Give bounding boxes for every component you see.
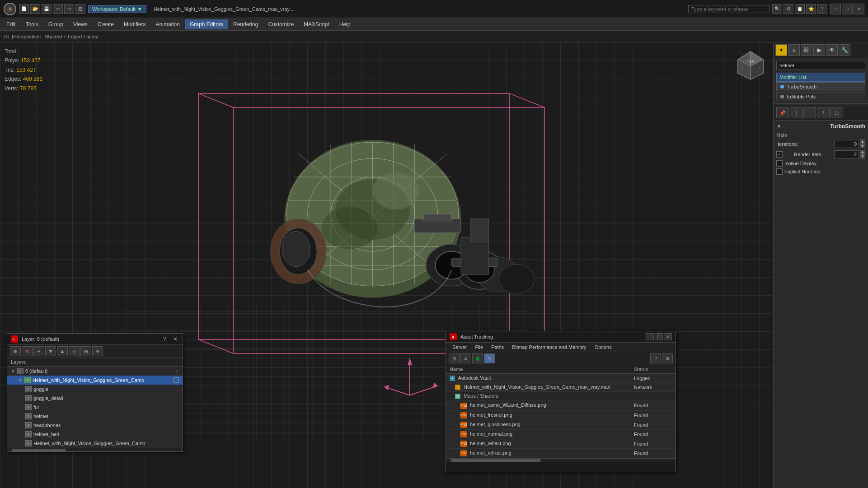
asset-expand-btn[interactable]: ⊞ xyxy=(449,353,460,363)
layers-scrollbar[interactable] xyxy=(7,448,183,451)
asset-fresnel-row[interactable]: PNG helmet_fresnel.png Found xyxy=(446,410,676,420)
menu-graph-editors[interactable]: Graph Editors xyxy=(185,19,228,29)
rp-edge-icon[interactable]: / xyxy=(817,107,830,118)
ts-render-down[interactable]: ▼ xyxy=(860,154,865,158)
ts-render-iters-checkbox[interactable]: ✓ xyxy=(776,151,783,158)
layers-scroll-thumb[interactable] xyxy=(12,449,66,451)
menu-maxscript[interactable]: MAXScript xyxy=(299,19,334,29)
asset-help-btn[interactable]: ? xyxy=(650,353,661,363)
ts-isoline-checkbox[interactable] xyxy=(776,160,783,167)
asset-menu-bitmap[interactable]: Bitmap Performance and Memory xyxy=(508,344,590,351)
ts-collapse-icon[interactable]: ▼ xyxy=(776,123,782,130)
layers-delete-btn[interactable]: ✕ xyxy=(22,346,33,356)
asset-maximize-btn[interactable]: □ xyxy=(655,333,663,340)
search-icon[interactable]: 🔍 xyxy=(772,4,782,14)
rp-motion-icon[interactable]: ▶ xyxy=(813,44,825,56)
open-icon[interactable]: 📂 xyxy=(30,4,40,14)
rp-modify-icon[interactable]: ≡ xyxy=(788,44,800,56)
ts-render-up[interactable]: ▲ xyxy=(860,150,865,154)
layer-item-goggle[interactable]: O goggle xyxy=(7,385,183,394)
asset-scroll-thumb[interactable] xyxy=(450,459,541,462)
asset-close-btn[interactable]: ✕ xyxy=(664,333,672,340)
redo-icon[interactable]: ↪ xyxy=(64,4,74,14)
rp-vertex-icon[interactable]: · xyxy=(803,107,816,118)
layers-move-up-btn[interactable]: ▲ xyxy=(57,346,68,356)
search-history-icon[interactable]: 📋 xyxy=(795,4,805,14)
viewport-view-label[interactable]: [Perspective] xyxy=(12,34,41,39)
asset-settings-btn[interactable]: ⚙ xyxy=(662,353,673,363)
menu-customize[interactable]: Customize xyxy=(263,19,298,29)
asset-normal-row[interactable]: PNG helmet_normal.png Found xyxy=(446,429,676,439)
layers-merge-btn[interactable]: ⊞ xyxy=(80,346,91,356)
layers-scene-btn[interactable]: ≡ xyxy=(10,346,21,356)
asset-reflect-row[interactable]: PNG helmet_reflect.png Found xyxy=(446,439,676,448)
close-button[interactable]: ✕ xyxy=(854,4,864,14)
asset-grid-btn[interactable]: ⊟ xyxy=(484,353,495,363)
bookmark-icon[interactable]: ⭐ xyxy=(806,4,816,14)
modifier-list-dropdown[interactable]: Modifier List xyxy=(776,73,865,82)
asset-minimize-btn[interactable]: ─ xyxy=(646,333,654,340)
modifier-turbosmooth[interactable]: TurboSmooth xyxy=(776,82,865,91)
asset-menu-file[interactable]: File xyxy=(471,344,487,351)
workspace-selector[interactable]: Workspace: Default ▼ xyxy=(88,5,146,13)
viewport-nav-cube[interactable]: TOP R L xyxy=(732,47,769,84)
maximize-button[interactable]: □ xyxy=(842,4,853,14)
rp-create-icon[interactable]: ✦ xyxy=(775,44,787,56)
menu-edit[interactable]: Edit xyxy=(2,19,20,29)
search-filter-icon[interactable]: ⚙ xyxy=(784,4,793,14)
layers-select-btn[interactable]: ◇ xyxy=(69,346,80,356)
ts-iterations-up[interactable]: ▲ xyxy=(860,139,865,144)
ts-iterations-input[interactable] xyxy=(834,140,859,148)
menu-rendering[interactable]: Rendering xyxy=(229,19,263,29)
ts-render-iters-input[interactable] xyxy=(834,150,859,158)
layer-item-fur[interactable]: O fur xyxy=(7,403,183,412)
layers-help-button[interactable]: ? xyxy=(161,335,168,343)
rp-display-icon[interactable]: 👁 xyxy=(826,44,838,56)
layer-item-helmet-group[interactable]: ▼ G Helmet_with_Night_Vision_Goggles_Gre… xyxy=(7,376,183,385)
help-icon[interactable]: ? xyxy=(817,4,827,14)
menu-create[interactable]: Create xyxy=(93,19,118,29)
rp-channel-icon[interactable]: | xyxy=(790,107,802,118)
asset-diffuse-row[interactable]: PNG helmet_camo_WLand_Diffuse.png Found xyxy=(446,401,676,410)
asset-list-btn[interactable]: ≡ xyxy=(460,353,471,363)
viewport-shade-label[interactable]: [Shaded + Edged Faces] xyxy=(43,34,98,39)
asset-scrollbar[interactable] xyxy=(446,458,676,462)
asset-menu-server[interactable]: Server xyxy=(449,344,470,351)
viewport-plus[interactable]: [+] xyxy=(4,34,9,39)
rp-pin-icon[interactable]: 📌 xyxy=(776,107,789,118)
rp-hierarchy-icon[interactable]: ⛓ xyxy=(801,44,812,56)
undo-icon[interactable]: ↩ xyxy=(53,4,63,14)
ts-explicit-normals-checkbox[interactable] xyxy=(776,168,783,175)
rp-utilities-icon[interactable]: 🔧 xyxy=(839,44,850,56)
menu-help[interactable]: Help xyxy=(335,19,355,29)
asset-menu-paths[interactable]: Paths xyxy=(488,344,507,351)
asset-refract-row[interactable]: PNG helmet_refract.png Found xyxy=(446,448,676,458)
layers-move-down-btn[interactable]: ▼ xyxy=(45,346,56,356)
layers-close-button[interactable]: ✕ xyxy=(172,335,179,343)
asset-col-name[interactable]: Name xyxy=(446,365,630,374)
search-input[interactable] xyxy=(688,5,769,13)
layer-item-headphones[interactable]: O headphones xyxy=(7,421,183,430)
layer-item-helmet-belt[interactable]: O helmet_belt xyxy=(7,430,183,439)
asset-col-status[interactable]: Status xyxy=(630,365,676,374)
asset-tree-btn[interactable]: 🌲 xyxy=(472,353,483,363)
scene-icon[interactable]: 🖼 xyxy=(75,4,85,14)
layers-add-btn[interactable]: + xyxy=(33,346,44,356)
layer-item-helmet[interactable]: O helmet xyxy=(7,412,183,421)
minimize-button[interactable]: ─ xyxy=(830,4,841,14)
new-icon[interactable]: 📄 xyxy=(19,4,29,14)
ts-iterations-down[interactable]: ▼ xyxy=(860,144,865,148)
layer-item-goggle-detail[interactable]: O goggle_detail xyxy=(7,394,183,403)
menu-animation[interactable]: Animation xyxy=(151,19,184,29)
asset-menu-options[interactable]: Options xyxy=(591,344,615,351)
rp-face-icon[interactable]: □ xyxy=(830,107,843,118)
menu-tools[interactable]: Tools xyxy=(21,19,43,29)
modifier-search-input[interactable] xyxy=(776,61,865,70)
menu-group[interactable]: Group xyxy=(44,19,68,29)
layer-item-helmet-main[interactable]: O Helmet_with_Night_Vision_Goggles_Green… xyxy=(7,439,183,448)
layers-freeze-btn[interactable]: ❄ xyxy=(92,346,103,356)
save-icon[interactable]: 💾 xyxy=(42,4,52,14)
layer-item-default[interactable]: ▼ L 0 (default) ✓ xyxy=(7,367,183,376)
asset-glossiness-row[interactable]: PNG helmet_glossiness.png Found xyxy=(446,420,676,429)
modifier-editable-poly[interactable]: Editable Poly xyxy=(776,92,865,101)
